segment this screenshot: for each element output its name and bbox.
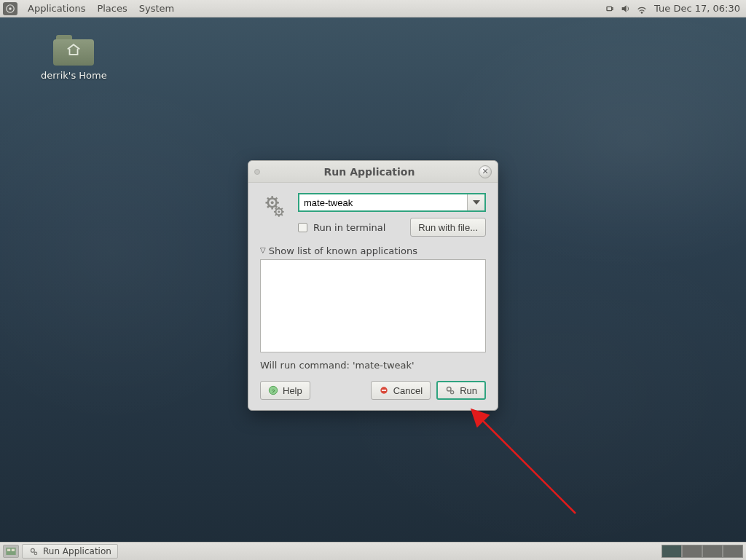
svg-rect-33: [12, 549, 15, 551]
top-panel: Applications Places System Tue Dec 17, 0…: [0, 0, 746, 17]
power-icon[interactable]: [603, 2, 616, 15]
task-run-application[interactable]: Run Application: [22, 544, 118, 559]
home-folder-label: derrik's Home: [41, 70, 107, 81]
distro-logo-icon[interactable]: [3, 2, 17, 15]
svg-point-5: [271, 201, 274, 204]
svg-line-20: [275, 208, 277, 210]
run-in-terminal-label: Run in terminal: [313, 222, 385, 233]
expander-label: Show list of known applications: [269, 245, 417, 256]
window-menu-icon[interactable]: [254, 169, 260, 175]
svg-point-3: [641, 12, 643, 13]
svg-point-15: [278, 210, 280, 213]
svg-line-11: [275, 206, 278, 208]
svg-text:?: ?: [272, 388, 275, 395]
svg-point-29: [451, 391, 454, 394]
folder-icon: [53, 33, 94, 66]
command-combo: [298, 193, 486, 212]
svg-rect-2: [607, 7, 612, 10]
svg-point-1: [9, 7, 12, 10]
known-apps-list[interactable]: [260, 259, 486, 352]
menu-places[interactable]: Places: [91, 0, 133, 17]
network-icon[interactable]: [635, 2, 648, 15]
help-icon: ?: [268, 385, 278, 395]
volume-icon[interactable]: [619, 2, 632, 15]
task-gears-icon: [28, 546, 39, 556]
svg-line-23: [281, 208, 283, 210]
run-button[interactable]: Run: [436, 381, 486, 400]
workspace-1[interactable]: [661, 545, 682, 558]
svg-line-21: [281, 214, 283, 216]
task-label: Run Application: [43, 546, 111, 556]
svg-point-28: [447, 387, 452, 391]
cancel-button[interactable]: Cancel: [371, 381, 431, 400]
run-with-file-button[interactable]: Run with file...: [410, 218, 486, 237]
gears-icon: [260, 193, 289, 222]
known-apps-expander[interactable]: ▽ Show list of known applications: [260, 245, 486, 256]
show-desktop-button[interactable]: [3, 545, 19, 558]
command-dropdown-button[interactable]: [467, 194, 484, 210]
svg-line-22: [275, 214, 277, 216]
panel-clock[interactable]: Tue Dec 17, 06:30: [651, 3, 740, 14]
svg-rect-32: [7, 549, 10, 551]
workspace-3[interactable]: [702, 545, 723, 558]
run-application-dialog: Run Application ✕: [248, 160, 498, 411]
bottom-panel: Run Application: [0, 542, 746, 560]
menu-applications[interactable]: Applications: [22, 0, 91, 17]
close-button[interactable]: ✕: [479, 165, 492, 178]
dialog-titlebar[interactable]: Run Application ✕: [248, 161, 498, 183]
svg-line-12: [267, 206, 270, 208]
desktop-icons: derrik's Home: [41, 33, 107, 81]
svg-line-10: [267, 198, 270, 200]
system-tray: Tue Dec 17, 06:30: [603, 2, 743, 15]
command-status-text: Will run command: 'mate-tweak': [260, 360, 486, 371]
menu-system[interactable]: System: [133, 0, 180, 17]
svg-rect-27: [382, 390, 386, 391]
command-input[interactable]: [299, 194, 467, 210]
workspace-switcher[interactable]: [661, 545, 743, 558]
help-button[interactable]: ? Help: [260, 381, 310, 400]
home-folder[interactable]: derrik's Home: [41, 33, 107, 81]
run-gears-icon: [445, 385, 455, 395]
svg-point-34: [31, 548, 34, 552]
workspace-4[interactable]: [723, 545, 743, 558]
workspace-2[interactable]: [682, 545, 702, 558]
run-in-terminal-checkbox[interactable]: [298, 223, 307, 232]
cancel-icon: [379, 385, 389, 395]
expander-triangle-icon: ▽: [260, 246, 266, 254]
svg-line-13: [275, 198, 278, 200]
svg-point-35: [34, 552, 37, 555]
dialog-title: Run Application: [260, 166, 479, 178]
